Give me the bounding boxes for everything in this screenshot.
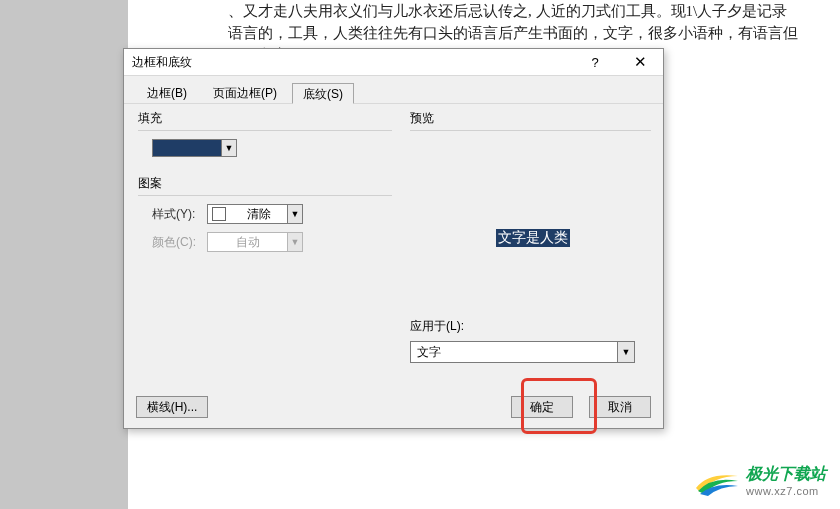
divider [138,130,392,131]
chevron-down-icon: ▼ [287,205,302,223]
tab-border-label: 边框(B) [147,86,187,100]
watermark-name: 极光下载站 [746,464,826,485]
pattern-color-value: 自动 [208,234,287,251]
right-column: 预览 文字是人类 应用于(L): 文字 ▼ [404,104,663,394]
dialog-body: 填充 ▼ 图案 样式(Y): 清除 ▼ [124,104,663,394]
ok-button[interactable]: 确定 [511,396,573,418]
chevron-down-icon: ▼ [287,233,302,251]
horizontal-line-button[interactable]: 横线(H)... [136,396,208,418]
borders-shading-dialog: 边框和底纹 ? ✕ 边框(B) 页面边框(P) 底纹(S) 填充 ▼ 图案 样式… [123,48,664,429]
watermark-logo-icon [694,466,740,496]
fill-color-swatch [153,140,221,156]
style-value: 清除 [230,206,287,223]
dialog-footer: 横线(H)... 确定 取消 [124,386,663,428]
dialog-titlebar: 边框和底纹 ? ✕ [124,49,663,76]
divider [410,130,651,131]
app-left-gutter [0,0,128,509]
help-button[interactable]: ? [575,49,615,75]
style-combo[interactable]: 清除 ▼ [207,204,303,224]
left-column: 填充 ▼ 图案 样式(Y): 清除 ▼ [124,104,404,394]
chevron-down-icon: ▼ [617,342,634,362]
preview-sample-text: 文字是人类 [496,229,570,247]
watermark-url: www.xz7.com [746,485,826,497]
fill-section-label: 填充 [138,110,392,127]
style-label: 样式(Y): [152,206,207,223]
pattern-color-combo: 自动 ▼ [207,232,303,252]
pattern-section-label: 图案 [138,175,392,192]
apply-to-value: 文字 [411,342,617,362]
style-swatch-icon [212,207,226,221]
tab-shading-label: 底纹(S) [303,87,343,101]
cancel-button[interactable]: 取消 [589,396,651,418]
watermark: 极光下载站 www.xz7.com [694,464,826,497]
color-label: 颜色(C): [152,234,207,251]
dialog-tabs: 边框(B) 页面边框(P) 底纹(S) [124,76,663,104]
preview-area: 文字是人类 [410,137,651,312]
dialog-title: 边框和底纹 [132,54,192,71]
tab-border[interactable]: 边框(B) [136,82,198,103]
fill-color-picker[interactable]: ▼ [152,139,237,157]
close-button[interactable]: ✕ [620,49,660,75]
divider [138,195,392,196]
tab-page-border-label: 页面边框(P) [213,86,277,100]
tab-page-border[interactable]: 页面边框(P) [202,82,288,103]
chevron-down-icon: ▼ [221,140,236,156]
preview-section-label: 预览 [410,110,651,127]
apply-to-combo[interactable]: 文字 ▼ [410,341,635,363]
apply-to-label: 应用于(L): [410,318,651,335]
tab-shading[interactable]: 底纹(S) [292,83,354,104]
